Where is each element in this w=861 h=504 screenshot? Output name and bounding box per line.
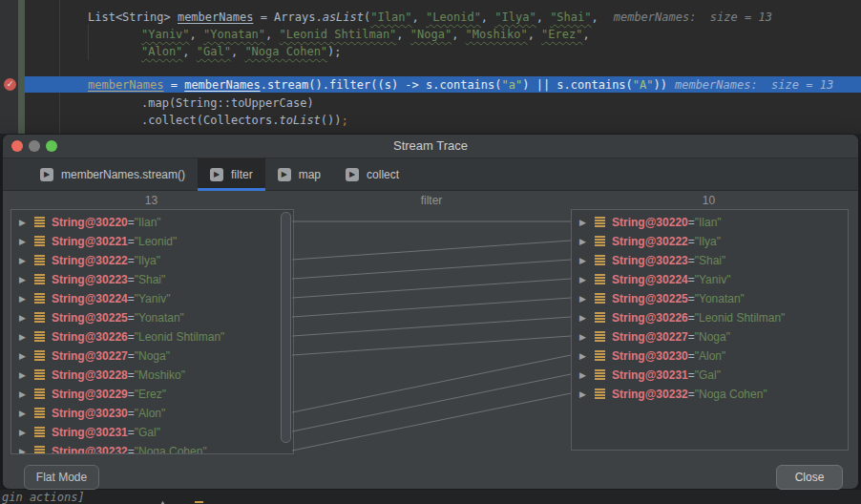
expand-arrow-icon[interactable]: ▶	[19, 428, 34, 437]
variable-row[interactable]: ▶String@30222 = "Ilya"	[572, 232, 848, 251]
variable-row[interactable]: ▶String@30224 = "Yaniv"	[11, 289, 293, 308]
expand-arrow-icon[interactable]: ▶	[579, 332, 595, 342]
expand-arrow-icon[interactable]: ▶	[579, 218, 595, 227]
variable-row[interactable]: ▶String@30221 = "Leonid"	[11, 232, 293, 251]
breakpoint-icon[interactable]: ✓	[4, 78, 16, 91]
stream-step-icon: ▶	[346, 168, 359, 181]
expand-arrow-icon[interactable]: ▶	[579, 351, 595, 361]
expand-arrow-icon[interactable]: ▶	[579, 256, 595, 265]
variable-row[interactable]: ▶String@30223 = "Shai"	[572, 251, 848, 270]
expand-arrow-icon[interactable]: ▶	[19, 409, 34, 418]
scrollbar-thumb[interactable]	[281, 212, 291, 443]
value-icon	[34, 331, 45, 343]
expand-arrow-icon[interactable]: ▶	[19, 351, 34, 361]
string-value: "Shai"	[695, 254, 726, 267]
tab-map[interactable]: ▶ map	[265, 158, 333, 190]
variable-row[interactable]: ▶String@30225 = "Yonatan"	[11, 308, 293, 327]
equals-separator: =	[688, 273, 695, 286]
expand-arrow-icon[interactable]: ▶	[579, 370, 595, 380]
flat-mode-button[interactable]: Flat Mode	[24, 465, 99, 490]
code-token: "a"	[502, 78, 523, 92]
equals-separator: =	[128, 330, 135, 344]
equals-separator: =	[688, 254, 695, 267]
variable-row[interactable]: ▶String@30222 = "Ilya"	[11, 251, 293, 270]
expand-arrow-icon[interactable]: ▶	[19, 294, 34, 304]
object-reference: String@30224	[52, 292, 128, 305]
before-values-list[interactable]: ▶String@30220 = "Ilan"▶String@30221 = "L…	[10, 209, 294, 454]
variable-row[interactable]: ▶String@30223 = "Shai"	[11, 270, 293, 289]
expand-arrow-icon[interactable]: ▶	[579, 237, 595, 246]
variable-row[interactable]: ▶String@30224 = "Yaniv"	[572, 270, 848, 289]
value-icon	[595, 369, 605, 381]
string-value: "Yaniv"	[135, 292, 171, 305]
variable-row[interactable]: ▶String@30229 = "Erez"	[11, 385, 293, 404]
value-icon	[595, 312, 605, 324]
code-line: "Alon", "Gal", "Noga Cohen");	[141, 44, 342, 60]
object-reference: String@30222	[612, 235, 688, 248]
tab-membernames-stream[interactable]: ▶ memberNames.stream()	[28, 158, 198, 190]
expand-arrow-icon[interactable]: ▶	[19, 256, 34, 265]
code-token: "Alon"	[141, 45, 182, 58]
close-button[interactable]: Close	[776, 465, 843, 490]
variable-row[interactable]: ▶String@30231 = "Gal"	[572, 366, 848, 385]
value-icon	[34, 408, 45, 419]
string-value: "Moshiko"	[135, 368, 185, 382]
object-reference: String@30224	[612, 273, 688, 286]
after-values-list[interactable]: ▶String@30220 = "Ilan"▶String@30222 = "I…	[571, 209, 849, 451]
variable-row[interactable]: ▶String@30220 = "Ilan"	[11, 213, 293, 232]
value-icon	[595, 217, 605, 228]
code-token: asList	[323, 10, 364, 24]
expand-arrow-icon[interactable]: ▶	[19, 313, 34, 323]
expand-arrow-icon[interactable]: ▶	[19, 237, 34, 246]
expand-arrow-icon[interactable]: ▶	[579, 275, 595, 284]
code-line: List<String> memberNames = Arrays.asList…	[88, 10, 772, 26]
equals-separator: =	[128, 407, 135, 420]
expand-arrow-icon[interactable]: ▶	[579, 389, 595, 399]
tab-filter[interactable]: ▶ filter	[198, 158, 265, 190]
variable-row[interactable]: ▶String@30220 = "Ilan"	[572, 213, 848, 232]
code-token: ,	[528, 28, 541, 41]
value-icon	[595, 236, 605, 247]
expand-arrow-icon[interactable]: ▶	[579, 313, 595, 323]
variable-row[interactable]: ▶String@30231 = "Gal"	[11, 423, 293, 442]
expand-arrow-icon[interactable]: ▶	[19, 332, 34, 342]
object-reference: String@30231	[612, 368, 688, 382]
value-icon	[34, 255, 45, 266]
equals-separator: =	[688, 330, 695, 344]
variable-row[interactable]: ▶String@30227 = "Noga"	[11, 346, 293, 366]
expand-arrow-icon[interactable]: ▶	[19, 447, 34, 454]
object-reference: String@30227	[52, 349, 128, 363]
value-icon	[595, 293, 605, 304]
tab-collect[interactable]: ▶ collect	[333, 158, 411, 190]
code-token: List<String>	[88, 10, 178, 24]
expand-arrow-icon[interactable]: ▶	[19, 389, 34, 399]
stream-step-icon: ▶	[278, 168, 291, 181]
expand-arrow-icon[interactable]: ▶	[19, 370, 34, 380]
equals-separator: =	[128, 388, 135, 401]
variable-row[interactable]: ▶String@30227 = "Noga"	[572, 327, 848, 346]
equals-separator: =	[128, 426, 135, 439]
code-token: .stream().filter((s) -> s.contains(	[261, 78, 502, 92]
code-editor[interactable]: ✓ List<String> memberNames = Arrays.asLi…	[0, 0, 861, 134]
value-icon	[34, 350, 45, 362]
variable-row[interactable]: ▶String@30226 = "Leonid Shtilman"	[572, 308, 848, 327]
variable-row[interactable]: ▶String@30232 = "Noga Cohen"	[11, 442, 293, 454]
variable-row[interactable]: ▶String@30232 = "Noga Cohen"	[572, 385, 848, 404]
variable-row[interactable]: ▶String@30230 = "Alon"	[11, 404, 293, 423]
value-icon	[34, 388, 45, 400]
variable-row[interactable]: ▶String@30226 = "Leonid Shtilman"	[11, 327, 293, 346]
string-value: "Shai"	[135, 273, 166, 286]
variable-row[interactable]: ▶String@30225 = "Yonatan"	[572, 289, 848, 308]
code-token: ,	[265, 28, 279, 41]
mapping-line	[292, 355, 571, 412]
value-icon	[34, 236, 45, 247]
variable-row[interactable]: ▶String@30228 = "Moshiko"	[11, 366, 293, 385]
console-triangle-icon: ▲	[158, 498, 167, 504]
expand-arrow-icon[interactable]: ▶	[19, 218, 34, 227]
variable-row[interactable]: ▶String@30230 = "Alon"	[572, 346, 848, 366]
dialog-titlebar[interactable]: Stream Trace	[3, 135, 858, 158]
expand-arrow-icon[interactable]: ▶	[19, 275, 34, 284]
expand-arrow-icon[interactable]: ▶	[579, 294, 595, 304]
ide-screen: ✓ List<String> memberNames = Arrays.asLi…	[0, 0, 861, 504]
tab-label: map	[299, 168, 321, 181]
